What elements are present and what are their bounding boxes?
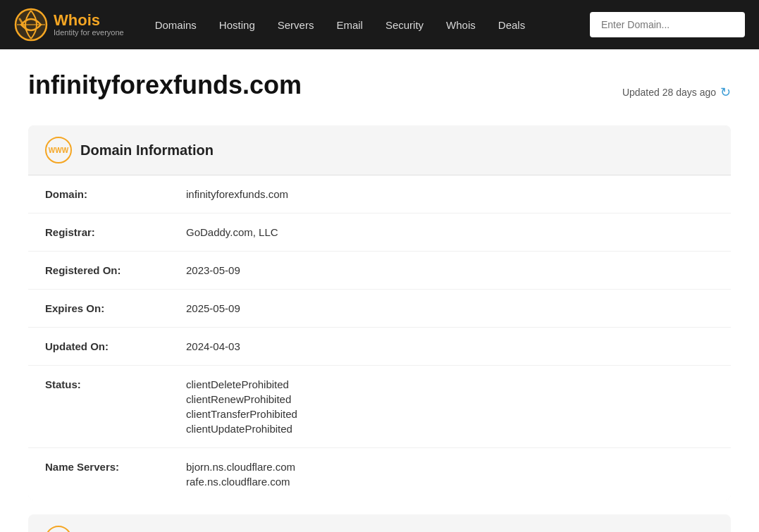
info-row-registrar: Registrar: GoDaddy.com, LLC [28,214,731,252]
registrant-contact-card-header: 👤 Registrant Contact [28,514,731,532]
site-header: Whois Identity for everyone Domains Host… [0,0,759,49]
info-label-expires-on: Expires On: [45,302,186,314]
info-row-updated-on: Updated On: 2024-04-03 [28,328,731,366]
info-label-updated-on: Updated On: [45,340,186,352]
domain-search-input[interactable] [590,12,745,37]
info-row-registered-on: Registered On: 2023-05-09 [28,252,731,290]
info-label-registrar: Registrar: [45,226,186,238]
info-value-domain: infinityforexfunds.com [186,188,714,200]
logo-text: Whois Identity for everyone [54,13,124,37]
registrant-contact-card: 👤 Registrant Contact [28,514,731,532]
updated-info: Updated 28 days ago ↻ [622,85,731,100]
page-content: infinityforexfunds.com Updated 28 days a… [0,49,759,532]
info-value-updated-on: 2024-04-03 [186,340,714,352]
nameserver-value-2: rafe.ns.cloudflare.com [186,476,714,488]
status-value-1: clientDeleteProhibited [186,378,714,390]
nav-email[interactable]: Email [326,13,373,37]
nav-servers[interactable]: Servers [268,13,324,37]
info-label-name-servers: Name Servers: [45,461,186,473]
domain-info-card: WWW Domain Information Domain: infinityf… [28,125,731,500]
domain-info-title: Domain Information [80,142,214,159]
info-value-expires-on: 2025-05-09 [186,302,714,314]
info-value-registrar: GoDaddy.com, LLC [186,226,714,238]
status-value-4: clientUpdateProhibited [186,423,714,435]
main-nav: Domains Hosting Servers Email Security W… [145,13,569,37]
logo-whois-label: Whois [54,13,124,28]
nav-security[interactable]: Security [376,13,433,37]
info-label-domain: Domain: [45,188,186,200]
info-value-status: clientDeleteProhibited clientRenewProhib… [186,378,714,435]
info-label-registered-on: Registered On: [45,264,186,276]
info-row-name-servers: Name Servers: bjorn.ns.cloudflare.com ra… [28,448,731,500]
nav-domains[interactable]: Domains [145,13,206,37]
www-badge-icon: WWW [45,137,72,163]
person-badge-icon: 👤 [45,526,72,532]
refresh-icon[interactable]: ↻ [720,85,731,100]
info-row-expires-on: Expires On: 2025-05-09 [28,290,731,328]
domain-info-card-header: WWW Domain Information [28,125,731,175]
info-row-status: Status: clientDeleteProhibited clientRen… [28,366,731,448]
info-label-status: Status: [45,378,186,390]
updated-label: Updated 28 days ago [622,87,716,98]
logo-tagline: Identity for everyone [54,28,124,37]
nav-hosting[interactable]: Hosting [209,13,265,37]
nameserver-value-1: bjorn.ns.cloudflare.com [186,461,714,473]
domain-title: infinityforexfunds.com [28,70,302,100]
nav-whois[interactable]: Whois [436,13,486,37]
info-value-name-servers: bjorn.ns.cloudflare.com rafe.ns.cloudfla… [186,461,714,488]
info-row-domain: Domain: infinityforexfunds.com [28,175,731,214]
domain-info-body: Domain: infinityforexfunds.com Registrar… [28,175,731,500]
logo[interactable]: Whois Identity for everyone [14,8,124,42]
status-value-3: clientTransferProhibited [186,408,714,420]
page-title-row: infinityforexfunds.com Updated 28 days a… [28,70,731,114]
status-value-2: clientRenewProhibited [186,393,714,405]
nav-deals[interactable]: Deals [488,13,535,37]
logo-icon [14,8,48,42]
info-value-registered-on: 2023-05-09 [186,264,714,276]
